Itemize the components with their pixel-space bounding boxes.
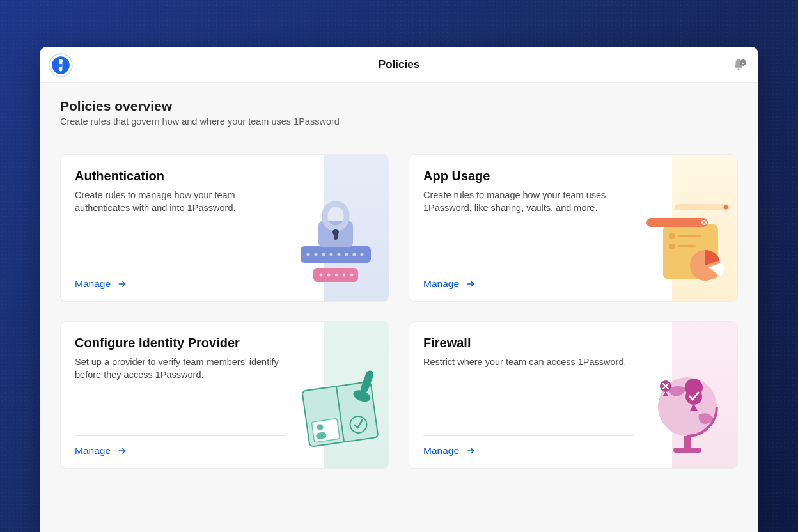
cards-grid: Authentication Create rules to manage ho…	[60, 154, 738, 469]
topbar: Policies 0	[40, 47, 758, 83]
card-title: App Usage	[423, 169, 658, 184]
svg-rect-25	[669, 233, 675, 239]
manage-idp-link[interactable]: Manage	[75, 445, 309, 457]
arrow-right-icon	[117, 446, 127, 456]
divider	[75, 435, 286, 436]
svg-rect-29	[646, 218, 708, 227]
manage-label: Manage	[75, 445, 111, 457]
svg-point-18	[343, 274, 346, 277]
card-title: Configure Identity Provider	[75, 336, 309, 350]
svg-rect-40	[359, 370, 375, 394]
notification-count-badge: 0	[740, 59, 746, 66]
card-title: Firewall	[423, 336, 658, 350]
card-identity-provider: Configure Identity Provider Set up a pro…	[60, 321, 389, 469]
globe-icon	[643, 357, 732, 459]
svg-rect-26	[678, 235, 701, 237]
page-title: Policies	[379, 58, 419, 71]
app-window: Policies 0 Policies overview Create rule…	[40, 47, 758, 532]
passport-icon	[294, 357, 384, 459]
svg-point-10	[337, 253, 340, 256]
manage-label: Manage	[423, 278, 459, 290]
svg-point-19	[350, 274, 354, 277]
svg-point-11	[345, 253, 348, 256]
svg-point-16	[327, 274, 331, 277]
arrow-right-icon	[117, 279, 127, 289]
arrow-right-icon	[465, 279, 476, 289]
svg-rect-27	[669, 244, 675, 249]
overview-subtext: Create rules that govern how and where y…	[60, 116, 738, 127]
manage-app-usage-link[interactable]: Manage	[423, 278, 658, 290]
svg-point-7	[314, 253, 317, 256]
main-content: Policies overview Create rules that gove…	[40, 83, 758, 484]
section-header: Policies overview Create rules that gove…	[60, 98, 738, 127]
svg-rect-23	[334, 233, 338, 240]
divider	[60, 136, 738, 136]
svg-rect-43	[684, 436, 691, 448]
card-description: Set up a provider to verify team members…	[75, 356, 286, 382]
card-illustration	[672, 322, 737, 468]
manage-label: Manage	[75, 278, 111, 290]
card-firewall: Firewall Restrict where your team can ac…	[409, 321, 738, 469]
card-authentication: Authentication Create rules to manage ho…	[60, 154, 389, 302]
svg-rect-44	[673, 448, 701, 453]
card-description: Restrict where your team can access 1Pas…	[423, 356, 634, 368]
arrow-right-icon	[465, 446, 476, 456]
report-icon	[643, 190, 732, 292]
svg-point-12	[352, 253, 356, 256]
lock-icon	[294, 190, 384, 292]
svg-point-32	[724, 205, 728, 210]
svg-point-8	[322, 253, 325, 256]
divider	[423, 269, 634, 269]
manage-authentication-link[interactable]: Manage	[75, 278, 309, 290]
manage-firewall-link[interactable]: Manage	[423, 445, 658, 457]
divider	[75, 269, 286, 269]
svg-point-9	[329, 253, 332, 256]
svg-point-45	[685, 388, 702, 405]
card-app-usage: App Usage Create rules to manage how you…	[409, 154, 738, 302]
card-description: Create rules to manage how your team aut…	[75, 189, 286, 215]
card-illustration	[324, 155, 389, 301]
svg-point-6	[306, 253, 309, 256]
divider	[423, 435, 634, 436]
notifications-button[interactable]: 0	[731, 58, 746, 72]
card-illustration	[672, 155, 737, 301]
svg-rect-31	[675, 204, 730, 210]
card-title: Authentication	[75, 169, 309, 184]
app-logo-icon[interactable]	[49, 53, 73, 77]
card-description: Create rules to manage how your team use…	[423, 189, 634, 215]
svg-rect-4	[59, 64, 62, 66]
svg-rect-36	[311, 418, 340, 442]
overview-heading: Policies overview	[60, 98, 738, 114]
svg-point-17	[335, 274, 338, 277]
svg-point-13	[360, 253, 363, 256]
manage-label: Manage	[423, 445, 459, 457]
card-illustration	[324, 322, 389, 468]
svg-point-15	[320, 274, 323, 277]
svg-point-3	[59, 59, 63, 63]
svg-rect-28	[678, 245, 696, 247]
